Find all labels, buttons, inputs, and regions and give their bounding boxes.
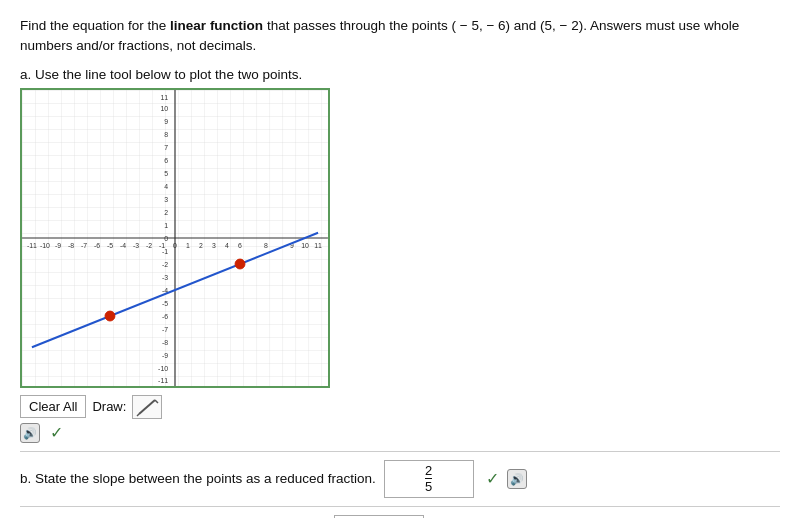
svg-text:-2: -2 [162, 260, 168, 267]
svg-text:-5: -5 [162, 299, 168, 306]
svg-text:-7: -7 [81, 241, 87, 248]
draw-icon-button[interactable] [132, 395, 162, 419]
clear-all-button[interactable]: Clear All [20, 395, 86, 418]
part-b-row: b. State the slope between the points as… [20, 460, 780, 498]
svg-text:-2: -2 [146, 241, 152, 248]
pencil-icon [133, 396, 161, 418]
graph-container: 0 1 2 3 4 6 8 9 10 11 -1 -2 -3 -4 -5 -6 … [20, 88, 330, 388]
svg-text:0: 0 [164, 234, 168, 241]
svg-text:-6: -6 [94, 241, 100, 248]
svg-text:-10: -10 [158, 365, 168, 372]
check-icon-a: ✓ [50, 423, 63, 442]
fraction-numerator: 2 [425, 464, 432, 479]
check-icon-b: ✓ [486, 469, 499, 488]
svg-line-52 [137, 414, 139, 416]
svg-text:10: 10 [160, 104, 168, 111]
svg-text:8: 8 [264, 241, 268, 248]
draw-label: Draw: [92, 399, 126, 414]
slope-fraction: 2 5 [421, 462, 436, 495]
y-intercept-box[interactable]: (0,-4) [334, 515, 424, 519]
graph-svg: 0 1 2 3 4 6 8 9 10 11 -1 -2 -3 -4 -5 -6 … [22, 90, 328, 386]
svg-text:-9: -9 [162, 351, 168, 358]
svg-text:4: 4 [164, 182, 168, 189]
svg-text:2: 2 [164, 208, 168, 215]
part-a-label: a. Use the line tool below to plot the t… [20, 67, 780, 82]
svg-text:-8: -8 [68, 241, 74, 248]
problem-text: Find the equation for the linear functio… [20, 16, 780, 57]
svg-text:-11: -11 [158, 377, 168, 384]
part-b-label: b. State the slope between the points as… [20, 471, 376, 486]
svg-point-48 [105, 311, 115, 321]
svg-text:11: 11 [314, 241, 322, 248]
svg-text:9: 9 [164, 117, 168, 124]
svg-text:1: 1 [164, 221, 168, 228]
svg-text:-3: -3 [162, 273, 168, 280]
svg-text:-8: -8 [162, 338, 168, 345]
part-c-row: c. State the y-intercept of the linear f… [20, 515, 780, 519]
svg-text:3: 3 [212, 241, 216, 248]
svg-text:1: 1 [186, 241, 190, 248]
svg-line-51 [155, 400, 158, 403]
controls-row: Clear All Draw: [20, 395, 780, 419]
main-card: Find the equation for the linear functio… [0, 0, 800, 518]
intro-text: Find the equation for the [20, 18, 170, 33]
bold-linear: linear function [170, 18, 263, 33]
svg-text:-3: -3 [133, 241, 139, 248]
svg-line-50 [139, 400, 155, 414]
svg-text:-10: -10 [40, 241, 50, 248]
svg-text:-9: -9 [55, 241, 61, 248]
svg-text:5: 5 [164, 169, 168, 176]
svg-text:-7: -7 [162, 325, 168, 332]
svg-text:-1: -1 [162, 247, 168, 254]
audio-button-b[interactable]: 🔊 [507, 469, 527, 489]
svg-text:7: 7 [164, 143, 168, 150]
audio-button-a[interactable]: 🔊 [20, 423, 40, 443]
svg-text:11: 11 [160, 93, 168, 100]
svg-text:-4: -4 [120, 241, 126, 248]
svg-text:6: 6 [164, 156, 168, 163]
slope-answer-box[interactable]: 2 5 [384, 460, 474, 498]
svg-text:0: 0 [173, 241, 177, 248]
svg-text:2: 2 [199, 241, 203, 248]
svg-text:8: 8 [164, 130, 168, 137]
svg-text:3: 3 [164, 195, 168, 202]
svg-text:6: 6 [238, 241, 242, 248]
svg-point-49 [235, 259, 245, 269]
svg-text:-6: -6 [162, 312, 168, 319]
svg-text:10: 10 [301, 241, 309, 248]
svg-text:4: 4 [225, 241, 229, 248]
fraction-denominator: 5 [425, 479, 432, 493]
svg-text:-11: -11 [27, 241, 37, 248]
svg-text:-5: -5 [107, 241, 113, 248]
